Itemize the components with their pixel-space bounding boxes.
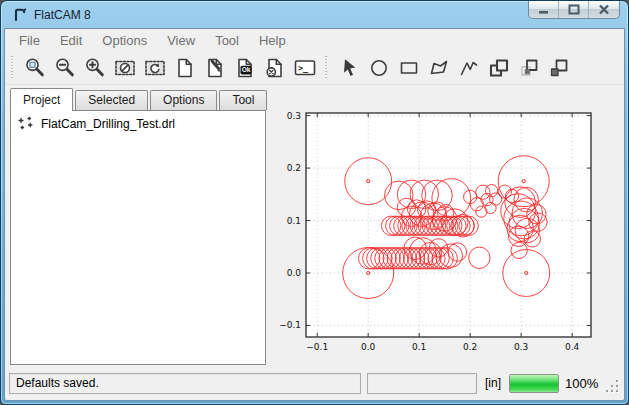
menu-edit[interactable]: Edit [50,30,92,51]
accept-ok-button[interactable]: Ok [230,54,259,82]
edit-geometry-icon [203,56,227,80]
draw-rectangle-icon [397,56,421,80]
minimize-icon [533,3,555,16]
zoom-in-icon [83,56,107,80]
tree-item-flatcam-drilling-test-drl[interactable]: FlatCam_Drilling_Test.drl [11,111,265,136]
status-secondary-box [367,373,477,394]
draw-polygon-icon [427,56,451,80]
edit-geometry-button[interactable] [200,54,229,82]
x-tick-label: 0.3 [514,342,528,352]
union-icon [487,56,511,80]
titlebar[interactable]: FlatCAM 8 [4,1,625,28]
main-area: ProjectSelectedOptionsTool FlatCam_Drill… [5,85,624,369]
plot-canvas[interactable]: −0.10.00.10.20.30.4−0.10.00.10.20.3 [270,87,619,365]
maximize-icon [563,3,585,16]
progress-percent: 100% [565,376,598,391]
svg-text:Ok: Ok [241,66,250,73]
minimize-button[interactable] [529,1,559,18]
menu-view[interactable]: View [157,30,205,51]
toolbar-drag-handle[interactable] [325,56,329,80]
cancel-button[interactable] [260,54,289,82]
flatcam-logo-icon [12,7,28,23]
y-tick-label: 0.2 [287,163,301,173]
zoom-fit-icon [23,56,47,80]
window-controls [528,1,620,19]
menu-file[interactable]: File [9,30,50,51]
y-tick-label: 0.3 [287,111,301,121]
zoom-out-icon [53,56,77,80]
progress-bar [509,374,559,393]
replot-icon [143,56,167,80]
intersection-icon [517,56,541,80]
progress-bar-fill [510,375,558,392]
window-title: FlatCAM 8 [34,8,91,22]
x-tick-label: −0.1 [306,342,328,352]
cancel-icon [263,56,287,80]
replot-button[interactable] [140,54,169,82]
window-content: FileEditOptionsViewToolHelp Ok>_ Project… [4,28,625,401]
plot-background [306,113,591,337]
new-project-button[interactable] [170,54,199,82]
draw-circle-icon [367,56,391,80]
close-button[interactable] [589,1,619,18]
statusbar: Defaults saved. [in] 100% [5,369,624,400]
y-tick-label: 0.0 [287,268,302,278]
tab-project[interactable]: Project [10,88,73,111]
drill-plot[interactable]: −0.10.00.10.20.30.4−0.10.00.10.20.3 [270,87,619,365]
draw-path-button[interactable] [454,54,483,82]
left-panel: ProjectSelectedOptionsTool FlatCam_Drill… [10,87,266,365]
menubar: FileEditOptionsViewToolHelp [5,29,624,52]
zoom-fit-button[interactable] [20,54,49,82]
toolbar-group-2 [334,54,573,82]
x-tick-label: 0.2 [463,342,477,352]
subtract-button[interactable] [544,54,573,82]
shell-button[interactable]: >_ [290,54,319,82]
status-message: Defaults saved. [16,376,99,390]
shell-icon: >_ [293,56,317,80]
resize-grip[interactable] [607,381,620,394]
subtract-icon [547,56,571,80]
y-tick-label: 0.1 [287,216,301,226]
app-window: FlatCAM 8 FileEditOptionsViewToolHelp Ok… [0,0,629,405]
tab-selected[interactable]: Selected [75,90,148,110]
draw-rectangle-button[interactable] [394,54,423,82]
tree-item-label: FlatCam_Drilling_Test.drl [41,117,175,131]
toolbar-group-1: Ok>_ [20,54,319,82]
draw-path-icon [457,56,481,80]
tab-options[interactable]: Options [150,90,217,110]
x-tick-label: 0.4 [565,342,580,352]
menu-help[interactable]: Help [249,30,296,51]
toolbar-drag-handle[interactable] [11,56,15,80]
y-tick-label: −0.1 [279,320,301,330]
maximize-button[interactable] [559,1,589,18]
status-message-box: Defaults saved. [9,373,361,394]
project-tree[interactable]: FlatCam_Drilling_Test.drl [10,110,266,365]
x-tick-label: 0.1 [412,342,426,352]
select-cursor-icon [337,56,361,80]
select-cursor-button[interactable] [334,54,363,82]
x-tick-label: 0.0 [361,342,376,352]
drill-object-icon [17,116,35,131]
svg-text:>_: >_ [298,63,309,73]
union-button[interactable] [484,54,513,82]
units-label: [in] [483,376,503,390]
draw-circle-button[interactable] [364,54,393,82]
clear-plot-button[interactable] [110,54,139,82]
tab-bar: ProjectSelectedOptionsTool [10,87,266,110]
menu-options[interactable]: Options [92,30,157,51]
clear-plot-icon [113,56,137,80]
zoom-out-button[interactable] [50,54,79,82]
toolbar: Ok>_ [5,52,624,85]
tab-tool[interactable]: Tool [219,90,267,110]
draw-polygon-button[interactable] [424,54,453,82]
close-icon [593,3,615,16]
zoom-in-button[interactable] [80,54,109,82]
accept-ok-icon: Ok [233,56,257,80]
menu-tool[interactable]: Tool [205,30,249,51]
new-project-icon [173,56,197,80]
intersection-button[interactable] [514,54,543,82]
